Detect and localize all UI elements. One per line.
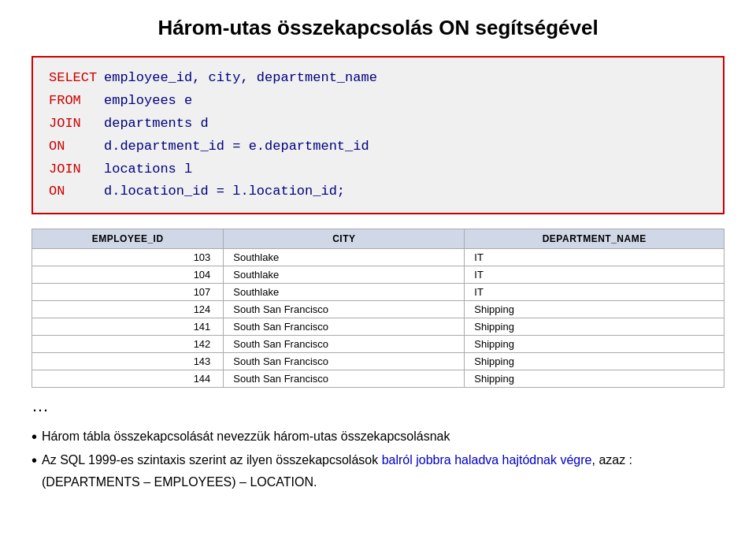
sql-line: FROMemployees e bbox=[49, 90, 707, 113]
sql-line: JOINlocations l bbox=[49, 158, 707, 181]
table-cell: 143 bbox=[32, 353, 224, 370]
sql-code-body: locations l bbox=[104, 158, 192, 181]
result-table: EMPLOYEE_IDCITYDEPARTMENT_NAME 103Southl… bbox=[32, 229, 724, 388]
sql-code-body: employee_id, city, department_name bbox=[104, 67, 377, 90]
sql-keyword: ON bbox=[49, 180, 104, 203]
table-cell: South San Francisco bbox=[224, 353, 465, 370]
bullet-dot: • bbox=[32, 426, 37, 448]
highlight-text: balról jobbra haladva hajtódnak végre bbox=[382, 453, 592, 467]
table-cell: 142 bbox=[32, 336, 224, 353]
table-cell: Southlake bbox=[224, 284, 465, 301]
table-cell: Shipping bbox=[465, 318, 724, 336]
table-header-row: EMPLOYEE_IDCITYDEPARTMENT_NAME bbox=[32, 229, 724, 249]
bullet-text: Három tábla összekapcsolását nevezzük há… bbox=[42, 426, 450, 447]
table-row: 104SouthlakeIT bbox=[32, 266, 724, 284]
table-cell: Shipping bbox=[465, 353, 724, 370]
bullet-section: •Három tábla összekapcsolását nevezzük h… bbox=[32, 426, 724, 492]
bullet-text: Az SQL 1999-es szintaxis szerint az ilye… bbox=[42, 449, 724, 492]
table-cell: Shipping bbox=[465, 370, 724, 388]
table-cell: South San Francisco bbox=[224, 301, 465, 318]
ellipsis: … bbox=[32, 396, 724, 416]
table-cell: 141 bbox=[32, 318, 224, 336]
table-cell: South San Francisco bbox=[224, 336, 465, 353]
sql-code-block: SELECTemployee_id, city, department_name… bbox=[32, 56, 724, 214]
table-cell: 107 bbox=[32, 284, 224, 301]
table-cell: South San Francisco bbox=[224, 318, 465, 336]
sql-keyword: ON bbox=[49, 136, 104, 158]
table-row: 103SouthlakeIT bbox=[32, 249, 724, 266]
table-row: 141South San FranciscoShipping bbox=[32, 318, 724, 336]
table-cell: IT bbox=[465, 249, 724, 266]
sql-line: ONd.department_id = e.department_id bbox=[49, 136, 707, 158]
table-cell: Southlake bbox=[224, 266, 465, 284]
sql-keyword: JOIN bbox=[49, 113, 104, 136]
sql-code-body: departments d bbox=[104, 113, 209, 136]
table-cell: 124 bbox=[32, 301, 224, 318]
table-body: 103SouthlakeIT104SouthlakeIT107Southlake… bbox=[32, 249, 724, 388]
table-row: 142South San FranciscoShipping bbox=[32, 336, 724, 353]
table-cell: Southlake bbox=[224, 249, 465, 266]
sql-code-body: d.location_id = l.location_id; bbox=[104, 180, 345, 203]
table-cell: 104 bbox=[32, 266, 224, 284]
sql-line: JOINdepartments d bbox=[49, 113, 707, 136]
page-title: Három-utas összekapcsolás ON segítségéve… bbox=[32, 16, 724, 40]
table-cell: 144 bbox=[32, 370, 224, 388]
sql-keyword: FROM bbox=[49, 90, 104, 113]
bullet-item: •Az SQL 1999-es szintaxis szerint az ily… bbox=[32, 449, 724, 492]
sql-line: SELECTemployee_id, city, department_name bbox=[49, 67, 707, 90]
table-cell: 103 bbox=[32, 249, 224, 266]
bullet-item: •Három tábla összekapcsolását nevezzük h… bbox=[32, 426, 724, 448]
bullet-dot: • bbox=[32, 449, 37, 471]
table-row: 143South San FranciscoShipping bbox=[32, 353, 724, 370]
table-header-cell: CITY bbox=[224, 229, 465, 249]
table-cell: IT bbox=[465, 266, 724, 284]
table-cell: IT bbox=[465, 284, 724, 301]
table-cell: Shipping bbox=[465, 301, 724, 318]
sql-code-body: d.department_id = e.department_id bbox=[104, 136, 369, 158]
table-row: 144South San FranciscoShipping bbox=[32, 370, 724, 388]
sql-line: ONd.location_id = l.location_id; bbox=[49, 180, 707, 203]
sql-keyword: SELECT bbox=[49, 67, 104, 90]
table-row: 107SouthlakeIT bbox=[32, 284, 724, 301]
table-cell: Shipping bbox=[465, 336, 724, 353]
table-header-cell: DEPARTMENT_NAME bbox=[465, 229, 724, 249]
table-row: 124South San FranciscoShipping bbox=[32, 301, 724, 318]
table-header-cell: EMPLOYEE_ID bbox=[32, 229, 224, 249]
sql-code-body: employees e bbox=[104, 90, 192, 113]
table-cell: South San Francisco bbox=[224, 370, 465, 388]
sql-keyword: JOIN bbox=[49, 158, 104, 181]
